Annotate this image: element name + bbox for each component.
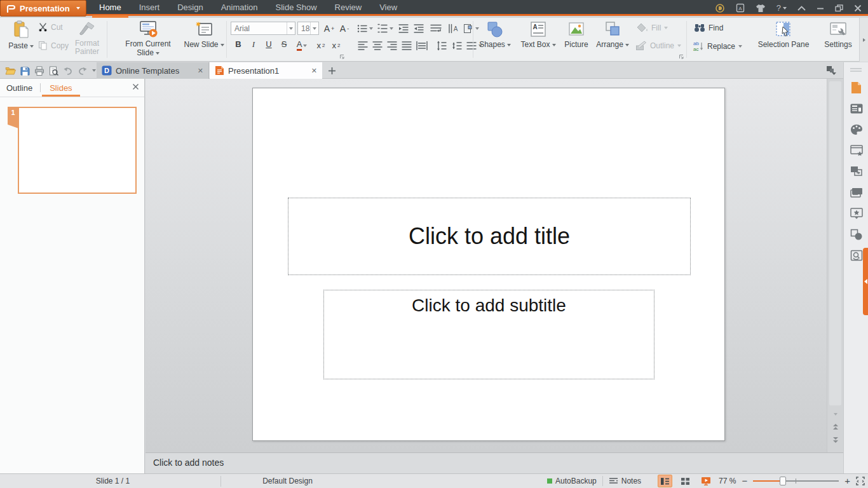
- docer-icon[interactable]: [715, 3, 725, 13]
- bullets-button[interactable]: [356, 22, 374, 35]
- text-wrap-button[interactable]: [428, 22, 444, 35]
- print-icon[interactable]: [34, 66, 44, 76]
- font-size-combo[interactable]: 18: [297, 22, 319, 35]
- selection-pane-button[interactable]: Selection Pane: [754, 20, 813, 49]
- document-assistant-icon[interactable]: A: [736, 3, 745, 13]
- zoom-slider[interactable]: [753, 477, 839, 485]
- slide-page[interactable]: Click to add title Click to add subtitle: [252, 88, 725, 441]
- text-direction-button[interactable]: A: [446, 22, 460, 35]
- sidebar-shapes-icon[interactable]: [850, 228, 863, 241]
- sidebar-design-icon[interactable]: [850, 123, 863, 136]
- slide-sorter-button[interactable]: [678, 475, 693, 487]
- align-right-button[interactable]: [385, 39, 399, 52]
- minimize-icon[interactable]: [817, 4, 824, 12]
- app-menu-button[interactable]: Presentation: [0, 0, 86, 17]
- notes-pane[interactable]: Click to add notes: [146, 452, 843, 473]
- restore-icon[interactable]: [835, 4, 843, 12]
- ribbon-expand-button[interactable]: [859, 18, 868, 62]
- cut-button[interactable]: Cut: [38, 23, 63, 32]
- open-icon[interactable]: [5, 66, 16, 75]
- subtitle-placeholder[interactable]: Click to add subtitle: [323, 290, 654, 379]
- fill-button[interactable]: Fill: [637, 23, 668, 32]
- menu-design[interactable]: Design: [168, 0, 212, 16]
- redo-icon[interactable]: [78, 67, 88, 75]
- tab-presentation1[interactable]: Presentation1 ✕: [210, 62, 322, 79]
- sidebar-collapse-icon[interactable]: [850, 67, 862, 72]
- decrease-paragraph-spacing-button[interactable]: [450, 39, 464, 52]
- title-placeholder[interactable]: Click to add title: [288, 198, 691, 275]
- align-center-button[interactable]: [370, 39, 384, 52]
- menu-animation[interactable]: Animation: [212, 0, 267, 16]
- strikethrough-button[interactable]: S: [278, 39, 290, 49]
- undo-icon[interactable]: [63, 67, 73, 75]
- sidebar-animation-icon[interactable]: [850, 207, 863, 220]
- close-window-icon[interactable]: [854, 4, 862, 12]
- close-tab-icon[interactable]: ✕: [311, 67, 317, 75]
- new-tab-button[interactable]: [325, 64, 338, 77]
- decrease-indent-button[interactable]: [397, 22, 410, 35]
- zoom-level[interactable]: 77 %: [719, 477, 736, 485]
- align-left-button[interactable]: [356, 39, 370, 52]
- scroll-down-button[interactable]: [827, 409, 844, 419]
- shapes-button[interactable]: Shapes: [477, 20, 513, 49]
- autobackup-status[interactable]: AutoBackup: [547, 477, 597, 485]
- outline-button[interactable]: Outline: [635, 41, 681, 51]
- quick-access-more-icon[interactable]: [92, 69, 96, 72]
- font-color-button[interactable]: A: [292, 39, 311, 52]
- underline-button[interactable]: U: [263, 39, 275, 49]
- menu-home[interactable]: Home: [90, 0, 130, 16]
- design-name[interactable]: Default Design: [238, 477, 337, 485]
- tab-list-button[interactable]: [825, 65, 837, 78]
- decrease-font-size-button[interactable]: A-: [337, 22, 351, 35]
- normal-view-button[interactable]: [658, 475, 672, 487]
- sidebar-find-helper-icon[interactable]: [850, 249, 863, 262]
- tab-slides[interactable]: Slides: [41, 79, 81, 97]
- tab-online-templates[interactable]: D Online Templates ✕: [97, 62, 209, 79]
- italic-button[interactable]: I: [248, 39, 259, 50]
- previous-slide-button[interactable]: [827, 422, 844, 432]
- help-button[interactable]: ?: [776, 3, 787, 13]
- superscript-button[interactable]: x2: [314, 39, 328, 52]
- close-panel-icon[interactable]: [132, 83, 139, 90]
- sidebar-template-icon[interactable]: [850, 144, 863, 157]
- new-slide-button[interactable]: New Slide: [183, 20, 225, 49]
- sidebar-slide-layout-icon[interactable]: [850, 102, 863, 115]
- settings-button[interactable]: Settings: [820, 20, 857, 49]
- fit-slide-button[interactable]: [856, 477, 865, 485]
- sidebar-transition-icon[interactable]: [850, 165, 863, 178]
- collapse-ribbon-icon[interactable]: [797, 6, 806, 11]
- font-dialog-launcher-icon[interactable]: [339, 54, 345, 60]
- slideshow-view-button[interactable]: [698, 475, 713, 487]
- find-button[interactable]: Find: [694, 23, 723, 33]
- format-painter-button[interactable]: Format Painter: [70, 21, 104, 56]
- zoom-in-button[interactable]: +: [844, 477, 850, 485]
- menu-slide-show[interactable]: Slide Show: [266, 0, 325, 16]
- paste-button[interactable]: Paste: [5, 20, 37, 50]
- menu-view[interactable]: View: [370, 0, 406, 16]
- menu-insert[interactable]: Insert: [130, 0, 169, 16]
- numbering-button[interactable]: [376, 22, 394, 35]
- save-icon[interactable]: [20, 66, 30, 76]
- sidebar-new-file-icon[interactable]: [850, 81, 863, 94]
- notes-toggle[interactable]: Notes: [609, 477, 641, 485]
- sidebar-slideshow-icon[interactable]: [850, 186, 863, 199]
- next-slide-button[interactable]: [827, 435, 844, 445]
- scrollbar-thumb[interactable]: [829, 81, 841, 405]
- tab-outline[interactable]: Outline: [0, 83, 40, 93]
- collapsed-pane-handle[interactable]: [863, 248, 868, 315]
- replace-button[interactable]: abac Replace: [693, 41, 742, 51]
- slide-thumbnail-1[interactable]: [18, 107, 137, 194]
- menu-review[interactable]: Review: [326, 0, 371, 16]
- insert-dialog-launcher-icon[interactable]: [679, 54, 684, 60]
- print-preview-icon[interactable]: [49, 66, 58, 76]
- subscript-button[interactable]: x2: [329, 39, 343, 52]
- close-tab-icon[interactable]: ✕: [198, 67, 203, 75]
- justify-button[interactable]: [400, 39, 414, 52]
- increase-indent-button[interactable]: [412, 22, 426, 35]
- vertical-scrollbar[interactable]: [827, 79, 843, 452]
- zoom-out-button[interactable]: −: [742, 477, 747, 485]
- increase-font-size-button[interactable]: A+: [322, 22, 336, 35]
- copy-button[interactable]: Copy: [38, 41, 69, 50]
- bold-button[interactable]: B: [233, 39, 244, 49]
- picture-button[interactable]: Picture: [562, 20, 591, 49]
